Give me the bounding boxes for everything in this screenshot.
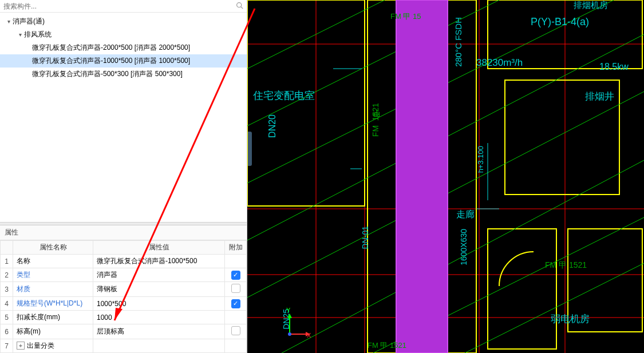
property-value[interactable]: 薄钢板	[93, 282, 225, 297]
tree-label: 排风系统	[24, 30, 52, 39]
attach-cell[interactable]	[225, 339, 247, 353]
property-name: 材质	[13, 282, 93, 297]
svg-rect-24	[396, 0, 448, 353]
left-panel: ▾ 消声器(通) ▾ 排风系统 微穿孔板复合式消声器-2000*500 [消声器…	[0, 0, 247, 353]
svg-point-33	[288, 332, 291, 336]
svg-line-17	[247, 0, 499, 126]
property-name: 名称	[13, 255, 93, 268]
col-name: 属性名称	[13, 241, 93, 255]
attach-cell[interactable]	[225, 311, 247, 324]
property-value[interactable]: 1000	[93, 311, 225, 324]
cad-drawing	[247, 0, 644, 353]
tree-node-system[interactable]: ▾ 排风系统	[0, 28, 247, 41]
collapse-icon[interactable]: ▾	[16, 31, 24, 38]
property-value[interactable]: 1000*500	[93, 297, 225, 311]
collapse-icon[interactable]: ▾	[5, 18, 13, 25]
property-value[interactable]	[93, 339, 225, 353]
checkbox[interactable]: ✓	[231, 299, 240, 308]
property-value[interactable]: 层顶标高	[93, 324, 225, 339]
search-bar	[0, 0, 247, 13]
tree-label: 微穿孔板复合式消声器-2000*500 [消声器 2000*500]	[32, 43, 190, 53]
checkbox[interactable]: ✓	[231, 271, 240, 280]
svg-rect-15	[488, 229, 556, 349]
tree-leaf-selected[interactable]: 微穿孔板复合式消声器-1000*500 [消声器 1000*500]	[0, 54, 247, 68]
property-name: 规格型号(W*H*L|D*L)	[13, 297, 93, 311]
attach-cell[interactable]	[225, 282, 247, 297]
col-idx	[1, 241, 13, 255]
svg-marker-30	[287, 314, 292, 318]
property-row[interactable]: 6标高(m)层顶标高	[1, 324, 247, 339]
tree-leaf[interactable]: 微穿孔板复合式消声器-2000*500 [消声器 2000*500]	[0, 41, 247, 54]
search-input[interactable]	[3, 2, 236, 10]
row-index: 4	[1, 297, 13, 311]
svg-line-1	[241, 6, 243, 8]
svg-line-23	[465, 263, 644, 353]
row-index: 5	[1, 311, 13, 324]
property-value[interactable]: 消声器	[93, 268, 225, 282]
svg-rect-14	[568, 229, 642, 332]
svg-marker-32	[306, 332, 310, 336]
property-name: 类型	[13, 268, 93, 282]
row-index: 7	[1, 339, 13, 353]
search-icon[interactable]	[236, 2, 243, 11]
component-tree: ▾ 消声器(通) ▾ 排风系统 微穿孔板复合式消声器-2000*500 [消声器…	[0, 13, 247, 222]
property-row[interactable]: 7+出量分类	[1, 339, 247, 353]
attach-cell[interactable]	[225, 324, 247, 339]
property-row[interactable]: 3材质薄钢板	[1, 282, 247, 297]
svg-rect-13	[505, 80, 619, 195]
properties-title: 属性	[0, 225, 247, 240]
tree-label: 微穿孔板复合式消声器-1000*500 [消声器 1000*500]	[32, 56, 190, 66]
row-index: 3	[1, 282, 13, 297]
svg-point-0	[237, 2, 242, 7]
property-row[interactable]: 2类型消声器✓	[1, 268, 247, 282]
property-name: +出量分类	[13, 339, 93, 353]
row-index: 2	[1, 268, 13, 282]
svg-rect-10	[247, 0, 365, 206]
properties-table: 属性名称 属性值 附加 1名称微穿孔板复合式消声器-1000*5002类型消声器…	[0, 240, 247, 353]
attach-cell[interactable]: ✓	[225, 268, 247, 282]
checkbox[interactable]	[231, 326, 240, 335]
property-value[interactable]: 微穿孔板复合式消声器-1000*500	[93, 255, 225, 268]
svg-line-21	[282, 160, 644, 353]
attach-cell[interactable]	[225, 255, 247, 268]
row-index: 6	[1, 324, 13, 339]
tree-node-root[interactable]: ▾ 消声器(通)	[0, 15, 247, 28]
property-row[interactable]: 5扣减长度(mm)1000	[1, 311, 247, 324]
tree-leaf[interactable]: 微穿孔板复合式消声器-500*300 [消声器 500*300]	[0, 68, 247, 81]
cad-viewport[interactable]: 住宅变配电室 DN20 FM 甲 1521 FM 甲 15 280°C FSDH…	[247, 0, 644, 353]
property-row[interactable]: 4规格型号(W*H*L|D*L)1000*500✓	[1, 297, 247, 311]
col-attach: 附加	[225, 241, 247, 255]
expand-icon[interactable]: +	[17, 342, 25, 350]
row-index: 1	[1, 255, 13, 268]
attach-cell[interactable]: ✓	[225, 297, 247, 311]
axis-widget: Y X	[283, 312, 311, 343]
tree-label: 消声器(通)	[13, 17, 45, 26]
col-value: 属性值	[93, 241, 225, 255]
property-row[interactable]: 1名称微穿孔板复合式消声器-1000*500	[1, 255, 247, 268]
tree-label: 微穿孔板复合式消声器-500*300 [消声器 500*300]	[32, 69, 183, 79]
property-name: 扣减长度(mm)	[13, 311, 93, 324]
property-name: 标高(m)	[13, 324, 93, 339]
checkbox[interactable]	[231, 284, 240, 293]
